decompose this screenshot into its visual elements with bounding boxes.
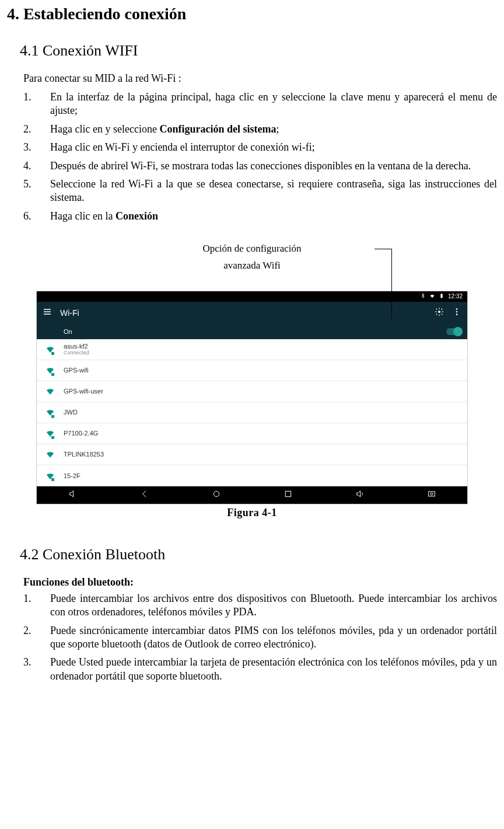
svg-point-9 xyxy=(430,493,433,495)
callout: Opción de configuración avanzada Wifi xyxy=(7,241,497,274)
home-icon[interactable] xyxy=(212,489,221,500)
list-text: Seleccione la red Wi-Fi a la que se dese… xyxy=(50,177,497,205)
overflow-icon[interactable] xyxy=(452,307,461,318)
network-item[interactable]: GPS-wifi-user xyxy=(37,381,467,402)
network-item[interactable]: GPS-wifi xyxy=(37,360,467,381)
android-wifi-settings-screenshot: 12:32 Wi-Fi On asus-kf2 Connected GPS-wi… xyxy=(36,291,468,504)
status-bar: 12:32 xyxy=(37,291,467,302)
list-number: 1. xyxy=(23,592,50,619)
list-text: Haga clic en la Conexión xyxy=(50,210,497,223)
network-status: Connected xyxy=(64,350,89,356)
callout-leader-line xyxy=(374,249,392,319)
svg-rect-1 xyxy=(441,294,442,294)
network-name: 15-2F xyxy=(64,472,80,479)
svg-point-5 xyxy=(456,314,458,316)
list-number: 3. xyxy=(23,656,50,683)
list-item: 2. Haga clic en y seleccione Configuraci… xyxy=(23,123,497,136)
back-icon[interactable] xyxy=(140,489,149,500)
callout-line2: avanzada Wifi xyxy=(7,257,497,274)
network-name: P7100-2.4G xyxy=(64,430,98,437)
bluetooth-functions-list: 1. Puede intercambiar los archivos entre… xyxy=(23,592,497,683)
wifi-icon xyxy=(45,344,55,354)
list-item: 3. Haga clic en Wi-Fi y encienda el inte… xyxy=(23,141,497,154)
svg-point-3 xyxy=(456,308,458,310)
status-time: 12:32 xyxy=(448,293,463,299)
network-item[interactable]: asus-kf2 Connected xyxy=(37,339,467,360)
network-list: asus-kf2 Connected GPS-wifi GPS-wifi-use… xyxy=(37,339,467,486)
network-item[interactable]: P7100-2.4G xyxy=(37,423,467,444)
bluetooth-subheading: Funciones del bluetooth: xyxy=(23,576,497,588)
network-item[interactable]: JWD xyxy=(37,402,467,423)
svg-rect-0 xyxy=(440,294,442,298)
bluetooth-icon xyxy=(420,293,426,300)
network-name: asus-kf2 xyxy=(64,343,88,350)
list-text: Después de abrirel Wi-Fi, se mostrara to… xyxy=(50,159,497,173)
on-label: On xyxy=(64,328,72,335)
list-item: 1. Puede intercambiar los archivos entre… xyxy=(23,592,497,619)
list-text: Puede sincrónicamente intercambiar datos… xyxy=(50,624,497,652)
wifi-icon xyxy=(45,449,55,459)
list-number: 2. xyxy=(23,123,50,136)
battery-icon xyxy=(439,293,444,300)
list-number: 5. xyxy=(23,177,50,205)
wifi-intro: Para conectar su MID a la red Wi-Fi : xyxy=(23,72,497,85)
wifi-status-icon xyxy=(429,293,435,300)
list-text: Haga clic en Wi-Fi y encienda el interru… xyxy=(50,141,497,154)
list-text: En la interfaz de la página principal, h… xyxy=(50,90,497,118)
section-4-1-title: 4.1 Conexión WIFI xyxy=(20,42,497,60)
network-name: GPS-wifi-user xyxy=(64,388,103,395)
wifi-icon xyxy=(45,471,55,481)
network-name: JWD xyxy=(64,409,78,416)
svg-point-6 xyxy=(214,492,219,497)
wifi-steps-list: 1. En la interfaz de la página principal… xyxy=(23,90,497,223)
network-item[interactable]: TPLINK18253 xyxy=(37,444,467,465)
wifi-toggle[interactable] xyxy=(446,328,461,335)
list-number: 2. xyxy=(23,624,50,652)
svg-point-2 xyxy=(438,311,440,313)
list-number: 1. xyxy=(23,90,50,118)
network-name: TPLINK18253 xyxy=(64,451,104,458)
wifi-on-row: On xyxy=(37,324,467,339)
section-4-title: 4. Estableciendo conexión xyxy=(7,5,497,23)
volume-up-icon[interactable] xyxy=(355,489,365,500)
section-4-2-title: 4.2 Conexión Bluetooth xyxy=(20,546,497,563)
volume-down-icon[interactable] xyxy=(68,489,78,500)
wifi-icon xyxy=(45,407,55,417)
network-item[interactable]: 15-2F xyxy=(37,465,467,486)
list-item: 1. En la interfaz de la página principal… xyxy=(23,90,497,118)
svg-rect-8 xyxy=(428,492,435,496)
figure-caption: Figura 4-1 xyxy=(7,507,497,519)
wifi-icon xyxy=(45,386,55,396)
wifi-icon xyxy=(45,365,55,375)
svg-rect-7 xyxy=(285,492,290,497)
list-text: Haga clic en y seleccione Configuración … xyxy=(50,123,497,136)
gear-icon[interactable] xyxy=(435,307,444,318)
app-bar: Wi-Fi xyxy=(37,302,467,324)
network-name: GPS-wifi xyxy=(64,367,89,374)
list-item: 4. Después de abrirel Wi-Fi, se mostrara… xyxy=(23,159,497,173)
nav-bar xyxy=(37,486,467,504)
list-item: 6. Haga clic en la Conexión xyxy=(23,210,497,223)
appbar-title: Wi-Fi xyxy=(60,308,79,318)
list-number: 3. xyxy=(23,141,50,154)
list-text: Puede Usted puede intercambiar la tarjet… xyxy=(50,656,497,683)
list-item: 5. Seleccione la red Wi-Fi a la que se d… xyxy=(23,177,497,205)
svg-point-4 xyxy=(456,311,458,313)
recent-icon[interactable] xyxy=(284,489,293,500)
list-number: 6. xyxy=(23,210,50,223)
callout-line1: Opción de configuración xyxy=(7,241,497,257)
list-number: 4. xyxy=(23,159,50,173)
hamburger-icon[interactable] xyxy=(43,307,52,318)
screenshot-icon[interactable] xyxy=(427,489,436,500)
list-item: 3. Puede Usted puede intercambiar la tar… xyxy=(23,656,497,683)
list-text: Puede intercambiar los archivos entre do… xyxy=(50,592,497,619)
list-item: 2. Puede sincrónicamente intercambiar da… xyxy=(23,624,497,652)
wifi-icon xyxy=(45,428,55,438)
